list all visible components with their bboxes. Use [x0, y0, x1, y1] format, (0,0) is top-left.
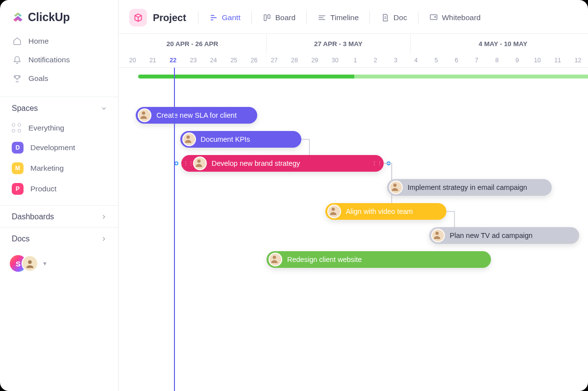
divider: [306, 11, 307, 24]
day-cell: 28: [284, 53, 304, 67]
task-bar[interactable]: Implement strategy in email campaign: [387, 179, 552, 196]
day-cell: 8: [487, 53, 507, 67]
day-cell: 10: [527, 53, 547, 67]
day-cell: 20: [122, 53, 143, 67]
nav-notifications[interactable]: Notifications: [6, 51, 112, 69]
brand-name: ClickUp: [28, 11, 70, 24]
user-avatar-face: [22, 255, 38, 272]
sidebar-item-product[interactable]: P Product: [6, 179, 112, 199]
view-doc-label: Doc: [393, 13, 407, 22]
task-bar[interactable]: Create new SLA for client: [136, 107, 257, 124]
svg-point-16: [331, 208, 335, 211]
sidebar-item-marketing[interactable]: M Marketing: [6, 158, 112, 179]
project-title: Project: [153, 12, 186, 24]
everything-icon: [12, 123, 22, 133]
day-cell: 3: [386, 53, 406, 67]
day-cell: 7: [466, 53, 487, 67]
day-cell: 2: [366, 53, 386, 67]
task-bar[interactable]: ⋮⋮Develop new brand strategy⋮⋮: [181, 155, 384, 172]
doc-icon: [381, 13, 390, 22]
project-icon[interactable]: [129, 9, 147, 26]
dev-badge: D: [12, 142, 24, 154]
nav-home[interactable]: Home: [6, 32, 112, 51]
view-whiteboard[interactable]: Whiteboard: [424, 10, 486, 25]
day-cell: 11: [547, 53, 567, 67]
mkt-badge: M: [12, 162, 24, 174]
sidebar: ClickUp Home Notifications Goals: [0, 0, 119, 391]
trophy-icon: [13, 74, 22, 83]
prod-badge: P: [12, 183, 24, 195]
dashboards-label: Dashboards: [12, 212, 54, 221]
task-label: Implement strategy in email campaign: [408, 183, 527, 191]
gantt-area[interactable]: TODAYCreate new SLA for clientDocument K…: [119, 68, 588, 391]
everything-label: Everything: [28, 124, 64, 132]
day-cell: 27: [264, 53, 284, 67]
bell-icon: [13, 55, 22, 64]
main-content: Project Gantt Board Timeline: [119, 0, 588, 391]
view-timeline[interactable]: Timeline: [313, 10, 364, 25]
clickup-logo-icon: [12, 11, 24, 24]
prod-label: Product: [30, 184, 56, 193]
docs-label: Docs: [12, 235, 29, 243]
view-whiteboard-label: Whiteboard: [442, 13, 481, 22]
assignee-avatar: [431, 229, 445, 242]
home-icon: [13, 37, 22, 46]
divider: [251, 11, 252, 24]
divider: [198, 11, 198, 24]
nav-home-label: Home: [28, 37, 49, 46]
timeline-header: 20 APR - 26 APR27 APR - 3 MAY4 MAY - 10 …: [119, 34, 588, 68]
day-cell: 1: [345, 53, 365, 67]
day-cell: 6: [446, 53, 466, 67]
svg-point-15: [393, 183, 396, 187]
day-cell: 9: [507, 53, 527, 67]
task-bar[interactable]: Plan new TV ad campaign: [429, 227, 580, 244]
view-gantt[interactable]: Gantt: [204, 10, 245, 25]
svg-point-14: [197, 159, 200, 163]
assignee-avatar: [389, 181, 403, 194]
assignee-avatar: [182, 132, 196, 146]
svg-point-13: [186, 135, 190, 139]
sidebar-item-development[interactable]: D Development: [6, 137, 112, 158]
week-cell: 27 APR - 3 MAY: [267, 34, 411, 53]
dashboards-header[interactable]: Dashboards: [0, 206, 118, 227]
chevron-right-icon: [100, 235, 107, 242]
cube-icon: [133, 13, 143, 23]
spaces-label: Spaces: [12, 104, 38, 113]
task-bar[interactable]: Align with video team: [325, 203, 447, 220]
caret-down-icon: ▼: [42, 261, 48, 266]
task-bar[interactable]: Redesign client website: [267, 251, 491, 268]
task-label: Create new SLA for client: [156, 111, 237, 119]
brand-logo[interactable]: ClickUp: [0, 0, 118, 29]
view-doc[interactable]: Doc: [376, 10, 412, 25]
day-cell: 23: [183, 53, 203, 67]
docs-header[interactable]: Docs: [0, 228, 118, 249]
task-bar[interactable]: Document KPIs: [180, 131, 302, 148]
nav-goals-label: Goals: [28, 74, 49, 83]
svg-point-18: [273, 256, 276, 259]
view-gantt-label: Gantt: [222, 13, 241, 22]
drag-handle-icon[interactable]: ⋮⋮: [372, 161, 377, 165]
mkt-label: Marketing: [30, 164, 64, 173]
board-icon: [263, 13, 271, 22]
whiteboard-icon: [429, 13, 438, 22]
svg-rect-4: [264, 15, 267, 21]
gantt-icon: [209, 13, 218, 22]
nav-goals[interactable]: Goals: [6, 69, 112, 88]
day-cell: 24: [203, 53, 223, 67]
drag-handle-icon[interactable]: ⋮⋮: [183, 161, 188, 165]
view-board[interactable]: Board: [258, 10, 300, 25]
spaces-header[interactable]: Spaces: [0, 97, 118, 119]
view-board-label: Board: [275, 13, 295, 22]
sidebar-item-everything[interactable]: Everything: [6, 119, 112, 137]
svg-point-17: [435, 232, 439, 235]
day-cell: 22: [163, 53, 183, 67]
user-switcher[interactable]: S ▼: [0, 249, 118, 278]
assignee-avatar: [138, 108, 151, 122]
day-cell: 29: [305, 53, 325, 67]
day-cell: 5: [426, 53, 446, 67]
svg-rect-5: [268, 15, 270, 19]
view-timeline-label: Timeline: [330, 13, 359, 22]
day-cell: 25: [223, 53, 244, 67]
svg-point-12: [142, 111, 146, 115]
day-cell: 21: [143, 53, 163, 67]
